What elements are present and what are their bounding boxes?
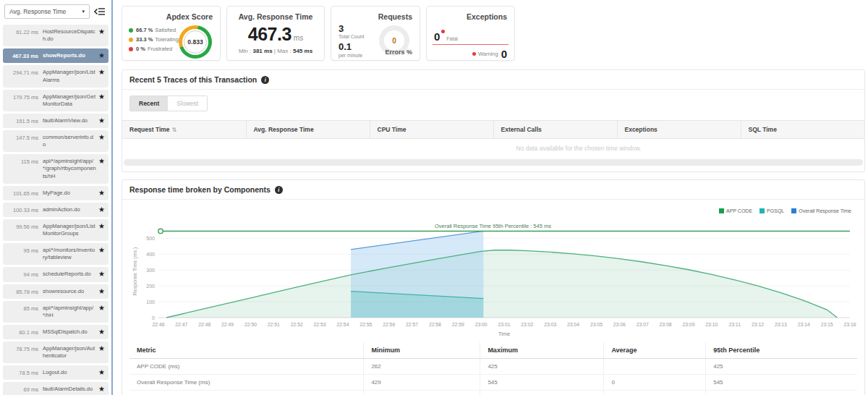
favorite-star-icon[interactable]: ★ <box>96 69 105 76</box>
favorite-star-icon[interactable]: ★ <box>96 345 105 352</box>
transaction-list-item[interactable]: 80.1 msMSSqlDispatch.do★ <box>3 325 109 339</box>
requests-card-title: Requests <box>378 12 412 21</box>
y-axis-tick: 400 <box>146 252 155 257</box>
favorite-star-icon[interactable]: ★ <box>96 386 105 393</box>
fatal-count: 0 <box>434 31 440 42</box>
transaction-name: adminAction.do <box>43 206 96 213</box>
favorite-star-icon[interactable]: ★ <box>96 223 105 230</box>
x-axis-tick: 23:06 <box>613 322 626 327</box>
traces-column-header[interactable]: Request Time⇅ <box>122 121 246 139</box>
y-axis-tick: 0 <box>152 315 155 320</box>
favorite-star-icon[interactable]: ★ <box>96 93 105 101</box>
main-content: Apdex Score 66.7 %Satisfied33.3 %Tolerat… <box>122 6 865 395</box>
traces-column-header[interactable]: Avg. Response Time <box>246 121 370 139</box>
warning-exceptions: Warning 0 <box>472 48 507 59</box>
warning-dot-icon <box>472 52 476 56</box>
favorite-star-icon[interactable]: ★ <box>96 158 105 165</box>
metric-column-header: Metric <box>129 342 364 359</box>
requests-rate: 0.1 <box>339 42 364 52</box>
chart-legend-item: Overall Response Time <box>791 208 851 213</box>
metric-table-header: MetricMinimumMaximumAverage95th Percenti… <box>129 342 857 359</box>
favorite-star-icon[interactable]: ★ <box>96 117 105 124</box>
components-title-row: Response time broken by Components i <box>122 180 864 200</box>
favorite-star-icon[interactable]: ★ <box>96 271 105 278</box>
apdex-legend-row: 33.3 %Tolerating <box>129 36 179 43</box>
metric-column-header: 95th Percentile <box>706 342 857 359</box>
legend-dot-icon <box>129 28 133 33</box>
traces-column-header[interactable]: Exceptions <box>617 121 741 139</box>
transaction-list-item[interactable]: 467.33 msshowReports.do★ <box>3 48 109 63</box>
sort-metric-dropdown[interactable]: Avg. Response Time ▾ <box>4 4 90 19</box>
min-value: 381 ms <box>252 48 272 54</box>
favorite-star-icon[interactable]: ★ <box>96 134 105 141</box>
recent-traces-panel: Recent 5 Traces of this Transaction i Re… <box>122 69 865 172</box>
metric-cell: 429 <box>364 375 480 391</box>
horizontal-scrollbar[interactable] <box>124 159 863 166</box>
transaction-name: fault/AlarmDetails.do <box>43 386 96 393</box>
traces-column-header[interactable]: CPU Time <box>370 121 493 139</box>
transaction-time: 85.78 ms <box>6 288 38 295</box>
x-axis-tick: 23:08 <box>660 322 672 327</box>
x-axis-tick: 22:56 <box>383 322 395 327</box>
y-axis-tick: 500 <box>146 236 155 241</box>
transaction-list-item[interactable]: 78.75 msAppManager/json/Authenticator★ <box>3 341 109 363</box>
apdex-legend-row: 0 %Frustrated <box>129 46 179 52</box>
sort-icon[interactable]: ⇅ <box>172 127 177 133</box>
transaction-list-item[interactable]: 100.33 msadminAction.do★ <box>3 203 109 217</box>
favorite-star-icon[interactable]: ★ <box>96 288 105 295</box>
transaction-list-item[interactable]: 85 msapi/*/apminsight/app/*/hH★ <box>3 301 109 323</box>
transaction-list-item[interactable]: 94 msscheduleReports.do★ <box>3 267 109 281</box>
response-time-chart: 0100200300400500Response Time (ms.)22:46… <box>129 215 857 338</box>
requests-total-label: Total Count <box>339 34 364 39</box>
x-axis-tick: 22:58 <box>429 322 441 327</box>
percentile-marker <box>158 229 163 233</box>
tab-slowest[interactable]: Slowest <box>168 96 207 111</box>
transaction-list-item[interactable]: 115 msapi/*/apminsight/app/*/graph/rtbyc… <box>3 154 109 183</box>
transaction-list-item[interactable]: 78.5 msLogout.do★ <box>3 365 109 380</box>
favorite-star-icon[interactable]: ★ <box>96 369 105 376</box>
transaction-list-item[interactable]: 95 msapi/*/monitors/inventory/tableview★ <box>3 243 109 265</box>
transaction-list-item[interactable]: 147.5 mscommon/serverinfo.do★ <box>3 130 109 152</box>
transaction-list-item[interactable]: 294.71 msAppManager/json/ListAlarms★ <box>3 65 109 87</box>
traces-column-header[interactable]: External Calls <box>493 121 617 139</box>
x-axis-tick: 23:14 <box>798 322 810 327</box>
transaction-list-item[interactable]: 99.56 msAppManager/json/ListMonitorGroup… <box>3 219 109 241</box>
avg-response-number: 467.3 <box>248 24 292 44</box>
transaction-list-item[interactable]: 151.5 msfault/AlarmView.do★ <box>3 114 109 128</box>
info-icon[interactable]: i <box>275 186 283 194</box>
transaction-list-item[interactable]: 179.75 msAppManager/json/GetMonitorData★ <box>3 90 109 111</box>
transaction-time: 467.33 ms <box>6 52 38 59</box>
x-axis-tick: 23:00 <box>475 322 488 327</box>
transaction-list-item[interactable]: 69 msfault/AlarmDetails.do★ <box>3 382 109 395</box>
tab-recent[interactable]: Recent <box>130 96 168 111</box>
favorite-star-icon[interactable]: ★ <box>96 328 105 336</box>
traces-column-header[interactable]: SQL Time <box>741 121 864 139</box>
apdex-legend-label: Frustrated <box>148 46 172 52</box>
metric-column-header: Maximum <box>480 342 604 359</box>
x-axis-tick: 23:04 <box>567 322 579 327</box>
x-axis-tick: 22:51 <box>268 322 280 327</box>
favorite-star-icon[interactable]: ★ <box>96 52 105 59</box>
chevron-down-icon: ▾ <box>82 9 85 14</box>
minmax-separator: | <box>274 48 276 54</box>
favorite-star-icon[interactable]: ★ <box>96 305 105 312</box>
favorite-star-icon[interactable]: ★ <box>96 206 105 213</box>
favorite-star-icon[interactable]: ★ <box>96 247 105 254</box>
transaction-time: 179.75 ms <box>6 93 38 101</box>
favorite-star-icon[interactable]: ★ <box>96 190 105 197</box>
collapse-sidebar-icon[interactable] <box>93 5 107 18</box>
transaction-list-item[interactable]: 61.22 msHostResourceDispatch.do★ <box>3 25 109 46</box>
percentile-annotation: Overall Response Time 95th Percentile : … <box>435 223 551 229</box>
requests-card: Requests 3 Total Count 0.1 per minute 0 … <box>331 6 420 61</box>
transaction-name: showresource.do <box>43 288 96 295</box>
transaction-list-item[interactable]: 101.65 msMyPage.do★ <box>3 186 109 200</box>
y-axis-tick: 200 <box>146 284 155 289</box>
favorite-star-icon[interactable]: ★ <box>96 28 105 35</box>
chart-legend-label: PGSQL <box>767 208 784 213</box>
transaction-list-item[interactable]: 85.78 msshowresource.do★ <box>3 284 109 299</box>
apdex-legend-row: 66.7 %Satisfied <box>129 27 179 33</box>
metric-cell: 166.5 <box>480 391 604 395</box>
info-icon[interactable]: i <box>261 76 269 84</box>
metric-column-header: Average <box>604 342 706 359</box>
fatal-exceptions: 0 Fatal <box>434 30 458 42</box>
